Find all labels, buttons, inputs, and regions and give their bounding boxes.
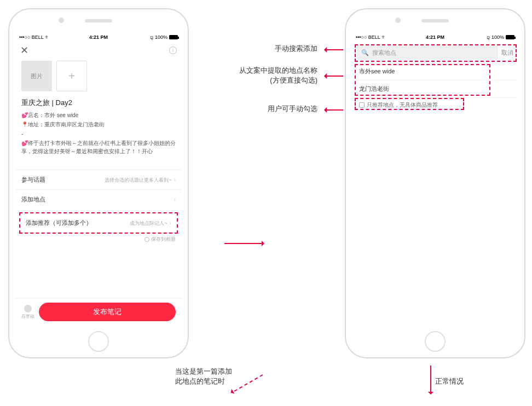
home-button[interactable]	[88, 331, 109, 352]
battery-icon	[169, 35, 178, 39]
body-line: 📍地址：重庆市南岸区龙门浩老街	[21, 120, 176, 129]
post-title[interactable]: 重庆之旅 | Day2	[16, 97, 181, 111]
checkbox-icon[interactable]	[359, 102, 365, 108]
recommend-only-label: 只推荐地点，无具体商品推荐	[367, 101, 438, 109]
screen-left: •••○○ BELL ᯤ 4:21 PM ⚼ 100% ✕ i 图片 + 重庆之…	[16, 32, 181, 326]
post-body[interactable]: 💕店名：市外 see wide 📍地址：重庆市南岸区龙门浩老街 - 💕终于去打卡…	[16, 111, 181, 160]
suggestion-item[interactable]: 市外see wide	[352, 63, 518, 80]
row-topic[interactable]: 参与话题 选择合适的话题让更多人看到~›	[16, 170, 181, 189]
clock: 4:21 PM	[352, 34, 518, 40]
draft-icon	[24, 305, 32, 312]
home-button[interactable]	[425, 331, 446, 352]
body-line: -	[21, 130, 176, 138]
radio-icon[interactable]	[144, 237, 149, 242]
recommend-only-row[interactable]: 只推荐地点，无具体商品推荐	[352, 98, 518, 112]
annotation-extract: 从文案中提取的地点名称 (方便直接勾选)	[208, 66, 317, 85]
save-album-label: 保存到相册	[151, 236, 176, 243]
publish-button[interactable]: 发布笔记	[39, 303, 176, 321]
close-icon[interactable]: ✕	[20, 45, 28, 55]
status-bar: •••○○ BELL ᯤ 4:21 PM ⚼ 100%	[352, 32, 518, 42]
suggestion-item[interactable]: 龙门浩老街	[352, 80, 518, 98]
search-input[interactable]: 🔍 搜索地点	[357, 45, 498, 60]
image-row: 图片 +	[16, 59, 181, 97]
draft-button[interactable]: 存草稿	[21, 305, 34, 320]
phone-mock-left: •••○○ BELL ᯤ 4:21 PM ⚼ 100% ✕ i 图片 + 重庆之…	[8, 8, 189, 358]
row-label: 添加推荐（可添加多个）	[26, 219, 92, 227]
bottom-bar: 存草稿 发布笔记	[16, 298, 181, 326]
info-icon[interactable]: i	[169, 47, 177, 54]
save-to-album-row[interactable]: 保存到相册	[16, 234, 181, 244]
body-line: 💕店名：市外 see wide	[21, 111, 176, 119]
row-hint: 成为地点际记人~	[130, 221, 167, 226]
annotation-search: 手动搜索添加	[216, 44, 317, 54]
row-label: 添加地点	[21, 195, 45, 204]
clock: 4:21 PM	[16, 34, 181, 40]
phone-mock-right: •••○○ BELL ᯤ 4:21 PM ⚼ 100% 🔍 搜索地点 取消 市外…	[345, 8, 525, 358]
search-placeholder: 搜索地点	[372, 49, 396, 57]
annotation-checkbox: 用户可手动勾选	[216, 104, 317, 114]
row-location[interactable]: 添加地点 ›	[16, 189, 181, 209]
annotation-first-note: 当这是第一篇添加 此地点的笔记时	[175, 367, 257, 386]
arrow-icon	[326, 76, 343, 77]
annotation-normal: 正常情况	[435, 376, 501, 386]
down-arrow-icon	[430, 366, 431, 393]
row-hint: 选择合适的话题让更多人看到~	[105, 177, 171, 183]
status-bar: •••○○ BELL ᯤ 4:21 PM ⚼ 100%	[16, 32, 181, 42]
search-icon: 🔍	[361, 49, 369, 56]
chevron-right-icon: ›	[170, 220, 171, 226]
chevron-right-icon: ›	[174, 177, 176, 183]
add-image-button[interactable]: +	[56, 61, 87, 91]
nav-bar: ✕ i	[16, 42, 181, 59]
row-label: 参与话题	[21, 176, 45, 184]
annotation-line: 当这是第一篇添加	[175, 367, 257, 376]
cancel-button[interactable]: 取消	[501, 49, 513, 57]
annotation-line: (方便直接勾选)	[208, 76, 317, 85]
arrow-icon	[326, 49, 343, 50]
body-line: 💕终于去打卡市外啦～之前就在小红书上看到了很多小姐姐的分享，觉得这里好美呀～最近…	[21, 139, 176, 155]
flow-arrow-icon	[224, 243, 263, 244]
arrow-icon	[326, 109, 343, 111]
image-thumb[interactable]: 图片	[21, 61, 52, 91]
draft-label: 存草稿	[21, 314, 34, 320]
search-row: 🔍 搜索地点 取消	[352, 42, 518, 63]
annotation-line: 从文案中提取的地点名称	[208, 66, 317, 76]
chevron-right-icon: ›	[174, 196, 176, 202]
publish-label: 发布笔记	[93, 307, 122, 317]
battery-icon	[506, 35, 514, 39]
screen-right: •••○○ BELL ᯤ 4:21 PM ⚼ 100% 🔍 搜索地点 取消 市外…	[352, 32, 518, 326]
row-recommend[interactable]: 添加推荐（可添加多个） 成为地点际记人~›	[19, 212, 178, 234]
